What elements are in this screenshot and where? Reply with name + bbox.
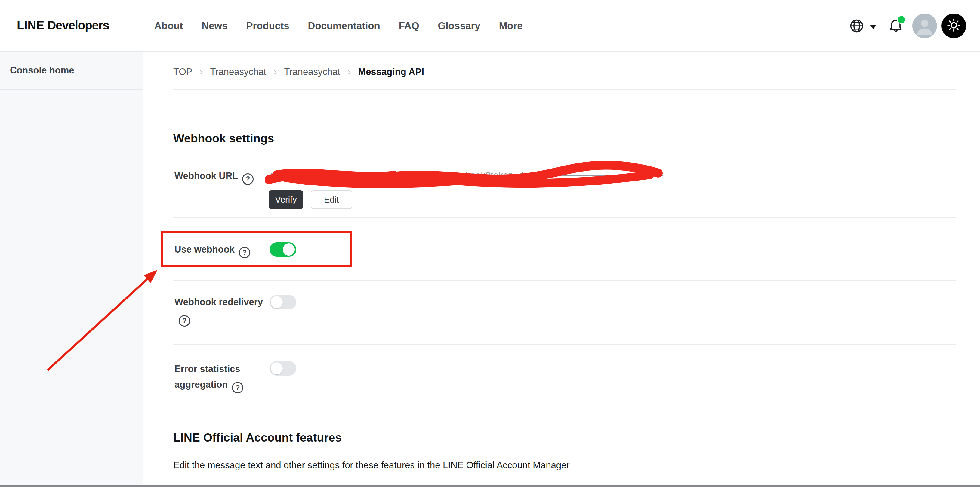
divider: [173, 344, 956, 345]
help-icon[interactable]: ?: [242, 173, 254, 185]
webhook-settings-title: Webhook settings: [173, 132, 274, 145]
error-stats-toggle[interactable]: [269, 361, 296, 376]
sidebar-item-console-home[interactable]: Console home: [0, 52, 143, 90]
nav-faq[interactable]: FAQ: [399, 20, 419, 32]
logo-text-developers: Developers: [47, 19, 109, 32]
breadcrumb-separator-icon: ›: [347, 65, 351, 77]
breadcrumb-current-messaging-api: Messaging API: [358, 67, 424, 77]
header-icon-cluster: [835, 0, 980, 52]
toggle-knob: [283, 244, 295, 255]
use-webhook-label: Use webhook: [175, 244, 235, 255]
nav-glossary[interactable]: Glossary: [438, 20, 480, 32]
language-selector[interactable]: [849, 18, 877, 35]
webhook-redelivery-toggle[interactable]: [269, 295, 296, 310]
use-webhook-toggle[interactable]: [269, 242, 296, 257]
verify-button[interactable]: Verify: [269, 190, 303, 209]
nav-more[interactable]: More: [499, 20, 523, 32]
error-stats-label: Error statistics aggregation: [175, 364, 240, 390]
divider: [173, 89, 956, 90]
webhook-url-label: Webhook URL: [175, 171, 238, 181]
webhook-redelivery-label-row: Webhook redelivery ?: [175, 294, 268, 327]
user-avatar[interactable]: [912, 14, 937, 38]
main-nav: About News Products Documentation FAQ Gl…: [154, 0, 523, 52]
edit-button[interactable]: Edit: [311, 190, 352, 209]
account-features-description: Edit the message text and other settings…: [173, 460, 570, 471]
chevron-down-icon: [870, 25, 877, 29]
globe-icon: [849, 18, 864, 35]
webhook-url-value: https──────g.sale─────tly.com/que─────ho…: [269, 170, 663, 180]
breadcrumb-separator-icon: ›: [274, 65, 277, 77]
top-header: LINEDevelopers About News Products Docum…: [0, 0, 980, 52]
nav-news[interactable]: News: [202, 20, 228, 32]
divider: [173, 280, 956, 281]
webhook-redelivery-label: Webhook redelivery: [175, 297, 263, 307]
help-icon[interactable]: ?: [232, 382, 243, 393]
breadcrumb-channel[interactable]: Traneasychat: [284, 67, 340, 77]
breadcrumb: TOP › Traneasychat › Traneasychat › Mess…: [173, 67, 424, 77]
toggle-knob: [271, 296, 283, 308]
bell-icon: [887, 30, 904, 35]
notifications-button[interactable]: [887, 18, 904, 35]
notification-badge-dot: [897, 15, 906, 24]
theme-toggle-button[interactable]: [942, 14, 966, 38]
nav-about[interactable]: About: [154, 20, 183, 32]
sun-icon: [946, 18, 961, 34]
sidebar: Console home: [0, 52, 143, 485]
divider: [173, 415, 956, 415]
toggle-knob: [271, 362, 283, 374]
logo-text-line: LINE: [17, 19, 44, 32]
nav-products[interactable]: Products: [247, 20, 290, 32]
breadcrumb-separator-icon: ›: [199, 65, 203, 77]
help-icon[interactable]: ?: [239, 247, 250, 258]
main-content: [144, 52, 980, 485]
breadcrumb-provider[interactable]: Traneasychat: [210, 67, 267, 77]
account-features-title: LINE Official Account features: [173, 431, 342, 444]
line-developers-logo[interactable]: LINEDevelopers: [17, 19, 109, 32]
error-stats-label-row: Error statistics aggregation?: [175, 361, 253, 393]
bottom-edge-bar: [0, 485, 980, 487]
breadcrumb-top[interactable]: TOP: [173, 67, 192, 77]
nav-documentation[interactable]: Documentation: [308, 20, 380, 32]
divider: [173, 217, 956, 218]
help-icon[interactable]: ?: [179, 315, 190, 327]
